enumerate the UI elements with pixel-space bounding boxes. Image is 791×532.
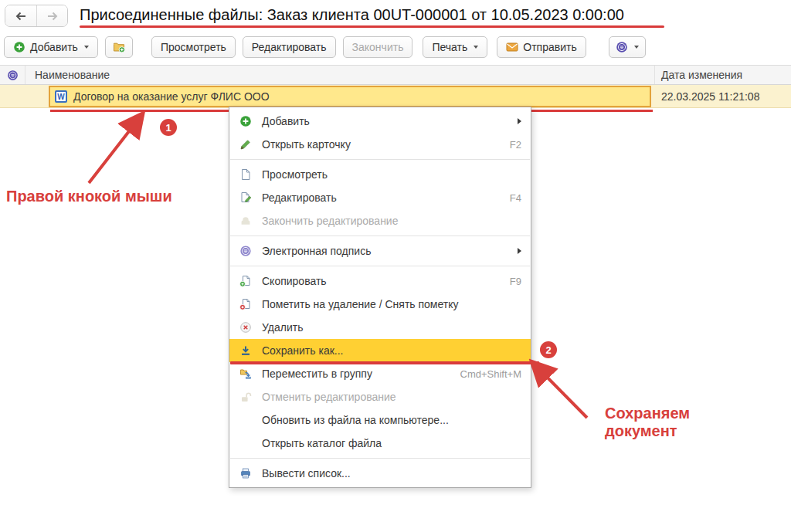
menu-item-shortcut: F4 [510, 192, 521, 204]
file-name: Договор на оказание услуг ФЛИС ООО [73, 90, 270, 103]
menu-item-save-as[interactable]: Сохранить как... [229, 339, 531, 362]
menu-item-e-signature[interactable]: Электронная подпись [229, 239, 531, 263]
mark-deletion-icon [239, 298, 253, 310]
menu-item-view[interactable]: Просмотреть [229, 163, 531, 186]
chevron-down-icon [634, 46, 639, 49]
menu-item-label: Отменить редактирование [262, 391, 521, 403]
menu-item-shortcut: Cmd+Shift+M [460, 368, 521, 380]
send-button[interactable]: Отправить [497, 36, 586, 58]
attached-files-window: Присоединенные файлы: Заказ клиента 00UT… [0, 0, 791, 532]
step-2-caption: Сохраняем документ [605, 405, 690, 440]
signature-menu-button[interactable] [609, 36, 646, 58]
menu-item-open-file-directory[interactable]: Открыть каталог файла [229, 432, 531, 455]
annotation-arrow-1 [81, 108, 154, 189]
menu-item-copy[interactable]: Скопировать F9 [229, 269, 531, 293]
menu-item-output-list[interactable]: Вывести список... [229, 462, 531, 485]
table-header: Наименование Дата изменения [0, 65, 791, 85]
menu-item-label: Пометить на удаление / Снять пометку [262, 298, 521, 310]
print-button-label: Печать [432, 41, 467, 53]
submenu-arrow-icon [518, 248, 521, 254]
menu-item-label: Переместить в группу [262, 368, 454, 380]
menu-item-label: Открыть карточку [262, 138, 504, 151]
menu-item-label: Удалить [262, 321, 521, 334]
menu-separator [230, 236, 530, 236]
menu-item-label: Редактировать [262, 191, 504, 204]
folder-add-icon [113, 41, 125, 53]
menu-item-label: Электронная подпись [262, 245, 518, 257]
column-header-name[interactable]: Наименование [25, 66, 654, 84]
word-file-icon: W [55, 90, 67, 103]
file-modified-date: 22.03.2025 11:21:08 [661, 85, 759, 108]
edit-button-label: Редактировать [252, 41, 327, 53]
save-as-underline-annotation [230, 361, 539, 364]
menu-item-edit[interactable]: Редактировать F4 [229, 186, 531, 209]
menu-item-mark-deletion[interactable]: Пометить на удаление / Снять пометку [229, 293, 531, 316]
add-icon [13, 41, 25, 53]
finish-button[interactable]: Закончить [343, 36, 413, 58]
forward-arrow-icon [46, 10, 59, 22]
forward-button[interactable] [36, 5, 67, 26]
finish-button-label: Закончить [352, 41, 404, 53]
menu-item-finish-editing[interactable]: Закончить редактирование [229, 209, 531, 232]
signature-icon [616, 41, 628, 53]
move-to-group-icon [239, 368, 253, 380]
document-icon [239, 168, 253, 181]
nav-history-group [5, 5, 68, 27]
no-icon [239, 414, 253, 426]
menu-item-label: Просмотреть [262, 168, 521, 181]
delete-icon [239, 321, 253, 334]
finish-editing-icon [239, 215, 253, 227]
chevron-down-icon [84, 46, 89, 49]
menu-item-delete[interactable]: Удалить [229, 316, 531, 339]
annotation-arrow-2 [525, 354, 596, 425]
no-icon [239, 437, 253, 449]
menu-item-shortcut: F2 [510, 139, 521, 151]
selected-file-cell[interactable]: W Договор на оказание услуг ФЛИС ООО [49, 86, 651, 107]
page-title: Присоединенные файлы: Заказ клиента 00UT… [80, 6, 624, 24]
signature-icon [7, 69, 19, 81]
table-row[interactable]: W Договор на оказание услуг ФЛИС ООО 22.… [0, 85, 791, 108]
menu-item-cancel-editing[interactable]: Отменить редактирование [229, 385, 531, 408]
edit-button[interactable]: Редактировать [243, 36, 336, 58]
add-button-label: Добавить [30, 41, 78, 53]
menu-item-open-card[interactable]: Открыть карточку F2 [229, 133, 531, 156]
add-button[interactable]: Добавить [4, 36, 98, 58]
step-1-caption: Правой кнокой мыши [6, 188, 172, 205]
back-button[interactable] [5, 5, 36, 26]
view-button-label: Просмотреть [161, 41, 226, 53]
copy-icon [239, 275, 253, 287]
menu-item-add[interactable]: Добавить [229, 110, 531, 133]
add-icon [239, 115, 253, 127]
menu-item-shortcut: F9 [510, 276, 521, 287]
back-arrow-icon [15, 10, 27, 22]
menu-item-update-from-file[interactable]: Обновить из файла на компьютере... [229, 408, 531, 432]
menu-separator [230, 458, 530, 459]
pencil-icon [239, 138, 253, 151]
menu-item-label: Открыть каталог файла [262, 437, 521, 449]
column-header-signature[interactable] [0, 66, 25, 84]
chevron-down-icon [474, 46, 478, 49]
print-button[interactable]: Печать [423, 36, 487, 58]
menu-item-label: Скопировать [262, 275, 504, 287]
step-1-badge: 1 [160, 119, 177, 136]
menu-item-label: Закончить редактирование [262, 215, 521, 227]
menu-item-label: Вывести список... [262, 467, 521, 479]
view-button[interactable]: Просмотреть [151, 36, 236, 58]
save-as-icon [239, 344, 253, 357]
envelope-icon [506, 41, 518, 53]
print-icon [239, 467, 253, 479]
step-2-caption-line-1: Сохраняем [605, 405, 690, 422]
menu-separator [230, 159, 530, 160]
menu-item-label: Сохранить как... [262, 344, 521, 357]
menu-item-move-to-group[interactable]: Переместить в группу Cmd+Shift+M [229, 362, 531, 385]
document-edit-icon [239, 191, 253, 204]
column-header-label: Наименование [35, 69, 110, 81]
menu-item-label: Добавить [262, 115, 518, 127]
create-folder-button[interactable] [105, 36, 133, 58]
send-button-label: Отправить [523, 41, 576, 53]
step-2-caption-line-2: документ [605, 422, 690, 440]
menu-separator [230, 266, 530, 266]
column-header-label: Дата изменения [661, 69, 742, 81]
toolbar: Добавить Просмотреть Редактировать Закон… [4, 36, 646, 58]
column-header-modified[interactable]: Дата изменения [654, 66, 791, 84]
